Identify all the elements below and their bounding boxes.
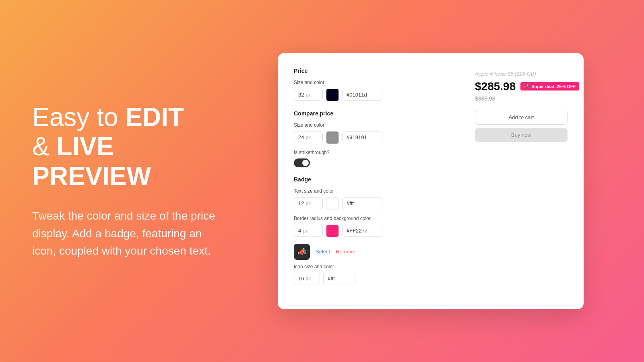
editor-right-preview: Apple iPhone 15 (128 GB) $285.98 📣 Super…	[475, 68, 568, 293]
badge-text-size-color-label: Text size and color	[294, 188, 459, 194]
megaphone-icon: 📣	[297, 247, 306, 256]
badge-text-field-row: 12 px #fff	[294, 197, 459, 210]
icon-preview-row: 📣 Select Remove	[294, 244, 459, 260]
page-container: Easy to EDIT & LIVE PREVIEW Tweak the co…	[0, 0, 644, 362]
compare-price-section: Compare price Size and color 24 px #9191…	[294, 110, 459, 167]
price-section-title: Price	[294, 68, 459, 74]
compare-hex-input[interactable]: #919191	[342, 132, 382, 143]
badge-section-title: Badge	[294, 176, 459, 183]
badge-bg-color-swatch[interactable]	[326, 224, 339, 237]
strikethrough-toggle[interactable]	[294, 158, 310, 167]
badge-icon: 📣	[524, 84, 530, 89]
description-text: Tweak the color and size of the price di…	[32, 207, 225, 259]
icon-preview-box: 📣	[294, 244, 310, 260]
icon-size-color-label: Icon size and color	[294, 264, 459, 269]
price-field-row: 32 px #01011d	[294, 88, 459, 101]
badge-text-size-input[interactable]: 12 px	[294, 197, 323, 209]
compare-color-swatch[interactable]	[326, 131, 339, 144]
price-hex-input[interactable]: #01011d	[342, 89, 382, 101]
headline-normal-2: &	[32, 132, 50, 161]
price-size-input[interactable]: 32 px	[294, 89, 323, 101]
badge-border-bg-label: Border radius and background color	[294, 216, 459, 221]
headline: Easy to EDIT & LIVE PREVIEW	[32, 103, 225, 191]
badge-text-color-swatch[interactable]	[326, 197, 339, 210]
badge-border-field-row: 4 px #FF2277	[294, 224, 459, 237]
compare-size-color-label: Size and color	[294, 122, 459, 128]
badge-bg-hex-input[interactable]: #FF2277	[342, 225, 382, 237]
compare-size-input[interactable]: 24 px	[294, 132, 323, 143]
icon-actions: Select Remove	[316, 249, 355, 255]
badge-label: Super deal -26% OFF	[531, 84, 576, 89]
super-deal-badge: 📣 Super deal -26% OFF	[520, 82, 579, 90]
icon-size-input[interactable]: 16 px	[294, 273, 320, 284]
toggle-container	[294, 158, 459, 167]
icon-remove-link[interactable]: Remove	[336, 249, 355, 255]
price-color-swatch[interactable]	[326, 88, 339, 101]
price-size-color-label: Size and color	[294, 80, 459, 85]
product-title: Apple iPhone 15 (128 GB)	[475, 71, 536, 77]
right-panel: Price Size and color 32 px #01011d Compa…	[250, 53, 612, 309]
buy-now-button[interactable]: Buy now	[475, 128, 568, 142]
icon-select-link[interactable]: Select	[316, 249, 330, 255]
add-to-cart-button[interactable]: Add to cart	[475, 110, 568, 125]
current-price: $285.98	[475, 80, 516, 93]
headline-bold-1: EDIT	[125, 103, 184, 132]
editor-left: Price Size and color 32 px #01011d Compa…	[294, 68, 459, 293]
compare-field-row: 24 px #919191	[294, 131, 459, 144]
badge-text-hex-input[interactable]: #fff	[342, 197, 382, 209]
headline-bold-2: LIVE PREVIEW	[32, 132, 151, 191]
compare-price: $385.98	[475, 95, 495, 102]
left-panel: Easy to EDIT & LIVE PREVIEW Tweak the co…	[32, 103, 225, 260]
icon-size-row: 16 px #fff	[294, 273, 459, 284]
icon-color-hex-input[interactable]: #fff	[323, 273, 355, 284]
strikethrough-label: Is strikethrough?	[294, 150, 459, 155]
editor-card: Price Size and color 32 px #01011d Compa…	[278, 53, 584, 309]
badge-border-radius-input[interactable]: 4 px	[294, 225, 323, 237]
headline-normal-1: Easy to	[32, 103, 118, 132]
price-section: Price Size and color 32 px #01011d	[294, 68, 459, 101]
compare-price-title: Compare price	[294, 110, 459, 117]
icon-section: 📣 Select Remove Icon size and color 16	[294, 244, 459, 284]
badge-section: Badge Text size and color 12 px #fff Bor…	[294, 176, 459, 284]
price-row: $285.98 📣 Super deal -26% OFF	[475, 80, 579, 93]
